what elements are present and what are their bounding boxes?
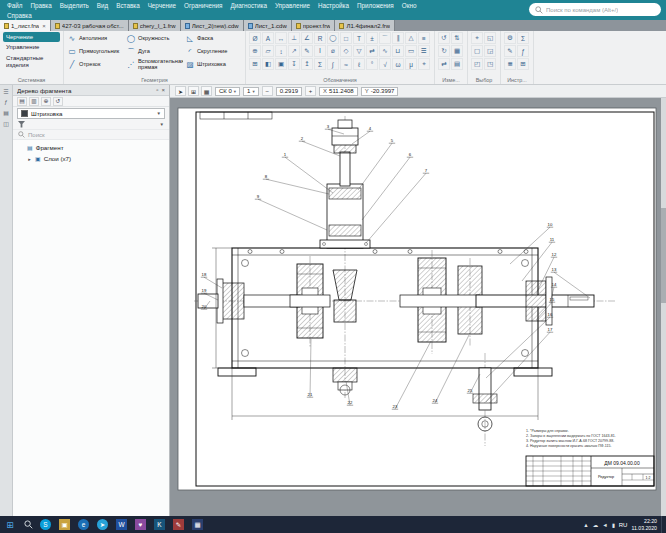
group-caption-system[interactable]: Системная (3, 76, 60, 85)
panel-toolbar-icon[interactable]: ▤ (17, 97, 27, 106)
close-icon[interactable]: × (161, 87, 165, 93)
tool-icon[interactable]: ↻ (438, 45, 450, 57)
annotation-tool-icon[interactable]: Σ (314, 58, 326, 70)
annotation-tool-icon[interactable]: ℓ (353, 58, 365, 70)
tool-button[interactable]: ⌒Дуга (126, 45, 183, 58)
annotation-tool-icon[interactable]: ◧ (262, 58, 274, 70)
cursor-x-field[interactable]: X511.2408 (319, 87, 358, 96)
tool-icon[interactable]: ⚙ (504, 32, 516, 44)
cloud-icon[interactable]: ☁ (593, 522, 599, 528)
menu-item[interactable]: Окно (398, 2, 421, 9)
tool-icon[interactable]: ƒ (517, 45, 529, 57)
annotation-tool-icon[interactable]: μ (405, 58, 417, 70)
annotation-tool-icon[interactable]: ↕ (275, 45, 287, 57)
group-caption[interactable]: Выбор (471, 76, 497, 85)
annotation-tool-icon[interactable]: ↧ (288, 58, 300, 70)
tool-icon[interactable]: ▦ (451, 45, 463, 57)
tool-icon[interactable]: ▢ (471, 45, 483, 57)
panel-toolbar-icon[interactable]: ⊕ (41, 97, 51, 106)
panel-switcher-icon[interactable]: ƒ (4, 99, 7, 105)
tool-icon[interactable]: ◰ (471, 58, 483, 70)
document-tab[interactable]: Лист_1.cdw (244, 20, 292, 31)
annotation-tool-icon[interactable]: ≡ (418, 32, 430, 44)
taskbar-search-button[interactable] (20, 516, 36, 533)
panel-toolbar-icon[interactable]: ↺ (53, 97, 63, 106)
volume-icon[interactable]: ◄ (602, 522, 607, 528)
tool-icon[interactable]: ⌖ (471, 32, 483, 44)
panel-switcher-icon[interactable]: ◫ (3, 120, 9, 127)
propbar-tool-icon[interactable]: ▦ (201, 86, 212, 96)
menu-item[interactable]: Вид (93, 2, 112, 9)
annotation-tool-icon[interactable]: ◯ (327, 32, 339, 44)
annotation-tool-icon[interactable]: R (314, 32, 326, 44)
folder-icon[interactable]: ▣ (55, 516, 74, 533)
menu-item[interactable]: Вставка (112, 2, 143, 9)
tool-icon[interactable]: ↺ (438, 32, 450, 44)
tool-icon[interactable]: ⊞ (517, 58, 529, 70)
annotation-tool-icon[interactable]: ☰ (418, 45, 430, 57)
annotation-tool-icon[interactable]: ∠ (301, 32, 313, 44)
tool-icon[interactable]: ▤ (451, 58, 463, 70)
tool-icon[interactable]: ◳ (484, 58, 496, 70)
annotation-tool-icon[interactable]: A (262, 32, 274, 44)
language-indicator[interactable]: RU (619, 522, 628, 528)
tool-button[interactable]: ◜Скругление (185, 45, 242, 58)
annotation-tool-icon[interactable]: ⊕ (249, 45, 261, 57)
annotation-tool-icon[interactable]: ✎ (301, 45, 313, 57)
kompas-icon[interactable]: K (150, 516, 169, 533)
tree-item[interactable]: ▸▣Слои (х7) (13, 153, 169, 164)
document-tab[interactable]: chery_I_1.frw (129, 20, 181, 31)
menu-item[interactable]: Настройка (314, 2, 353, 9)
annotation-tool-icon[interactable]: ⊔ (392, 45, 404, 57)
start-button[interactable]: ⊞ (0, 516, 20, 533)
tool-icon[interactable]: ≣ (504, 58, 516, 70)
vertical-scrollbar[interactable] (661, 98, 666, 516)
tree-filter-row[interactable]: ▼ (13, 120, 169, 130)
zoom-out-button[interactable]: − (262, 86, 273, 96)
tool-button[interactable]: ▨Штриховка (185, 58, 242, 71)
menu-item[interactable]: Управление (271, 2, 314, 9)
annotation-tool-icon[interactable]: ≈ (340, 58, 352, 70)
tool-button[interactable]: ◯Окружность (126, 32, 183, 45)
skype-icon[interactable]: S (36, 516, 55, 533)
annotation-tool-icon[interactable]: △ (405, 32, 417, 44)
annotation-tool-icon[interactable]: Ø (249, 32, 261, 44)
menu-item[interactable]: Правка (26, 2, 55, 9)
annotation-tool-icon[interactable]: ▭ (405, 45, 417, 57)
annotation-tool-icon[interactable]: ⊥ (288, 32, 300, 44)
annotation-tool-icon[interactable]: ↔ (275, 32, 287, 44)
style-select[interactable]: 1▾ (243, 87, 259, 96)
panel-switcher-icon[interactable]: ▤ (3, 109, 9, 116)
annotation-tool-icon[interactable]: ⇄ (366, 45, 378, 57)
float-panel-icon[interactable]: ▫ (156, 87, 158, 93)
scrollbar-thumb[interactable] (661, 208, 666, 303)
group-caption[interactable]: Изме... (438, 76, 464, 85)
telegram-icon[interactable]: ➤ (93, 516, 112, 533)
mode-button[interactable]: Черчение (3, 32, 60, 42)
cursor-y-field[interactable]: Y-20.3997 (361, 87, 399, 96)
zoom-value-field[interactable]: 0.2919 (276, 87, 302, 96)
coordinate-system-select[interactable]: СК 0▾ (215, 87, 240, 96)
tool-button[interactable]: ╱Отрезок (67, 58, 124, 71)
tool-button[interactable]: ◺Фаска (185, 32, 242, 45)
tab-close-icon[interactable]: × (42, 23, 46, 29)
annotation-tool-icon[interactable]: ∫ (327, 58, 339, 70)
tool-button[interactable]: ▭Прямоугольник (67, 45, 124, 58)
tree-search-row[interactable]: Поиск (13, 130, 169, 140)
annotation-tool-icon[interactable]: ° (366, 58, 378, 70)
annotation-tool-icon[interactable]: ⌒ (379, 32, 391, 44)
store-icon[interactable]: ▦ (188, 516, 207, 533)
zoom-in-button[interactable]: + (305, 86, 316, 96)
tool-icon[interactable]: Σ (517, 32, 529, 44)
current-layer-dropdown[interactable]: Штриховка ▼ (17, 108, 165, 119)
panel-switcher-icon[interactable]: ☰ (3, 88, 8, 95)
tool-icon[interactable]: ⇄ (438, 58, 450, 70)
edge-browser-icon[interactable]: e (74, 516, 93, 533)
show-desktop-button[interactable] (661, 516, 664, 533)
annotation-tool-icon[interactable]: ⌀ (327, 45, 339, 57)
annotation-tool-icon[interactable]: ∿ (379, 45, 391, 57)
propbar-tool-icon[interactable]: ⊞ (188, 86, 199, 96)
tool-icon[interactable]: ✎ (504, 45, 516, 57)
panel-toolbar-icon[interactable]: ▥ (29, 97, 39, 106)
annotation-tool-icon[interactable]: ↥ (301, 58, 313, 70)
